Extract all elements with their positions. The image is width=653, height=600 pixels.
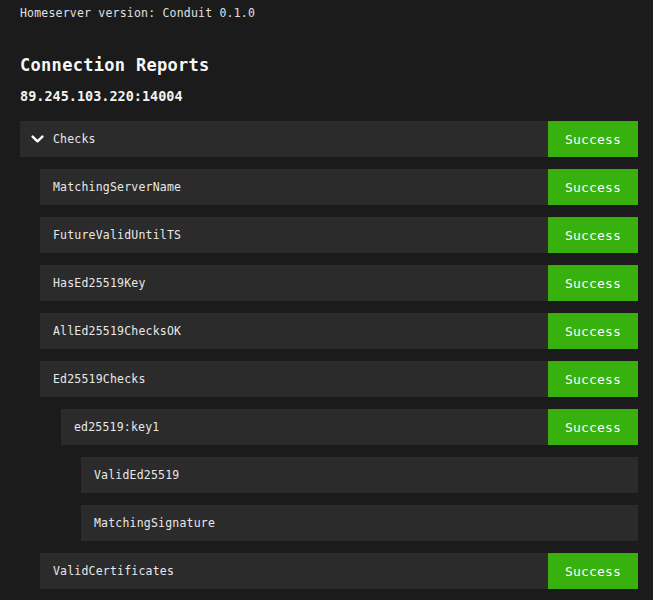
report-row: AllEd25519ChecksOKSuccess — [40, 313, 638, 349]
report-row: ed25519:key1Success — [61, 409, 638, 445]
report-list: ChecksSuccessMatchingServerNameSuccessFu… — [20, 121, 638, 589]
report-row[interactable]: ChecksSuccess — [20, 121, 638, 157]
status-badge: Success — [548, 265, 638, 301]
report-row: Ed25519ChecksSuccess — [40, 361, 638, 397]
check-name: ed25519:key1 — [74, 420, 159, 434]
status-badge: Success — [548, 169, 638, 205]
check-name: ValidCertificates — [53, 564, 174, 578]
status-badge: Success — [548, 217, 638, 253]
status-badge: Success — [548, 553, 638, 589]
report-row: HasEd25519KeySuccess — [40, 265, 638, 301]
check-name: AllEd25519ChecksOK — [53, 324, 181, 338]
check-name: ValidEd25519 — [94, 468, 179, 482]
homeserver-version: Homeserver version: Conduit 0.1.0 — [20, 7, 638, 19]
check-name: HasEd25519Key — [53, 276, 146, 290]
check-name: Checks — [53, 132, 96, 146]
chevron-down-icon[interactable] — [31, 135, 44, 144]
report-row: ValidEd25519 — [81, 457, 638, 493]
status-badge: Success — [548, 361, 638, 397]
status-badge: Success — [548, 313, 638, 349]
server-address: 89.245.103.220:14004 — [20, 89, 638, 103]
check-name: Ed25519Checks — [53, 372, 146, 386]
check-name: FutureValidUntilTS — [53, 228, 181, 242]
connection-report-page: Homeserver version: Conduit 0.1.0 Connec… — [0, 0, 653, 600]
page-title: Connection Reports — [20, 55, 638, 75]
check-name: MatchingSignature — [94, 516, 215, 530]
report-row: ValidCertificatesSuccess — [40, 553, 638, 589]
report-row: FutureValidUntilTSSuccess — [40, 217, 638, 253]
report-row: MatchingSignature — [81, 505, 638, 541]
status-badge: Success — [548, 121, 638, 157]
status-badge: Success — [548, 409, 638, 445]
check-name: MatchingServerName — [53, 180, 181, 194]
report-row: MatchingServerNameSuccess — [40, 169, 638, 205]
